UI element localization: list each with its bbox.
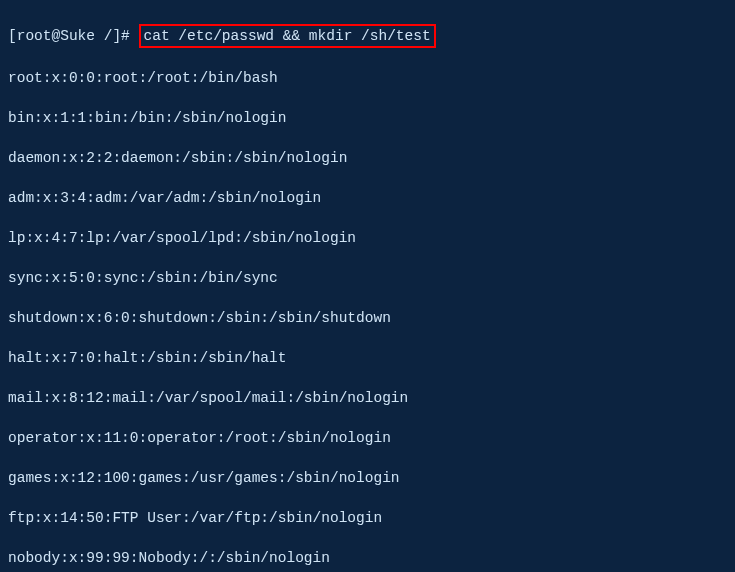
passwd-line: daemon:x:2:2:daemon:/sbin:/sbin/nologin	[8, 148, 727, 168]
passwd-line: sync:x:5:0:sync:/sbin:/bin/sync	[8, 268, 727, 288]
highlight-command-box: cat /etc/passwd && mkdir /sh/test	[139, 24, 436, 48]
terminal[interactable]: [root@Suke /]# cat /etc/passwd && mkdir …	[0, 0, 735, 572]
passwd-line: mail:x:8:12:mail:/var/spool/mail:/sbin/n…	[8, 388, 727, 408]
passwd-line: root:x:0:0:root:/root:/bin/bash	[8, 68, 727, 88]
prompt-1: [root@Suke /]#	[8, 28, 139, 44]
command-1: cat /etc/passwd && mkdir /sh/test	[144, 28, 431, 44]
passwd-line: ftp:x:14:50:FTP User:/var/ftp:/sbin/nolo…	[8, 508, 727, 528]
passwd-line: shutdown:x:6:0:shutdown:/sbin:/sbin/shut…	[8, 308, 727, 328]
passwd-line: bin:x:1:1:bin:/bin:/sbin/nologin	[8, 108, 727, 128]
passwd-line: halt:x:7:0:halt:/sbin:/sbin/halt	[8, 348, 727, 368]
passwd-line: operator:x:11:0:operator:/root:/sbin/nol…	[8, 428, 727, 448]
passwd-line: nobody:x:99:99:Nobody:/:/sbin/nologin	[8, 548, 727, 568]
passwd-line: lp:x:4:7:lp:/var/spool/lpd:/sbin/nologin	[8, 228, 727, 248]
passwd-line: adm:x:3:4:adm:/var/adm:/sbin/nologin	[8, 188, 727, 208]
passwd-line: games:x:12:100:games:/usr/games:/sbin/no…	[8, 468, 727, 488]
